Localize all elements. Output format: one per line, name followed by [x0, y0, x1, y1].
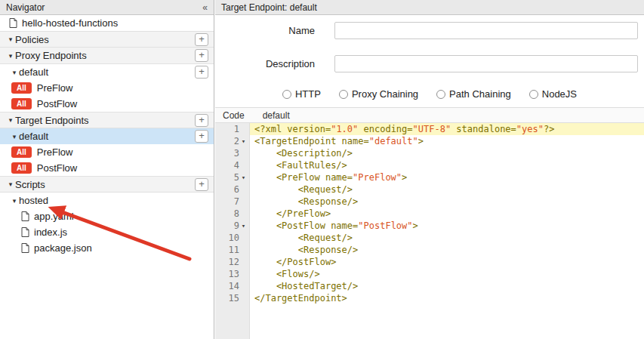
flow-condition-badge: All	[11, 98, 32, 109]
disclosure-icon[interactable]: ▾	[6, 35, 15, 43]
bundle-label: hello-hosted-functions	[22, 17, 118, 29]
code-lines[interactable]: <?xml version="1.0" encoding="UTF-8" sta…	[250, 123, 644, 339]
add-policy-button[interactable]: +	[195, 33, 208, 46]
code-line[interactable]: </PostFlow>	[250, 256, 644, 268]
detail-title: Target Endpoint: default	[221, 2, 317, 13]
line-number[interactable]: 5▾	[215, 171, 249, 183]
code-tab[interactable]: Code	[223, 110, 245, 121]
file-label: package.json	[34, 242, 92, 254]
radio-nodejs[interactable]: NodeJS	[529, 88, 577, 100]
flow-label: PostFlow	[37, 98, 77, 109]
disclosure-icon[interactable]: ▾	[10, 69, 19, 76]
line-number[interactable]: 9▾	[215, 220, 249, 232]
code-line[interactable]: </PreFlow>	[250, 208, 644, 220]
line-number[interactable]: 15	[215, 292, 249, 304]
line-number[interactable]: 3	[215, 147, 249, 159]
fold-icon[interactable]: ▾	[239, 135, 248, 147]
radio-icon	[339, 90, 348, 99]
radio-http[interactable]: HTTP	[282, 88, 321, 100]
line-number[interactable]: 4	[215, 159, 249, 171]
navigator-panel: Navigator « hello-hosted-functions ▾ Pol…	[0, 0, 214, 339]
radio-path-chaining[interactable]: Path Chaining	[436, 88, 511, 100]
code-line[interactable]: <PostFlow name="PostFlow">	[250, 220, 644, 232]
add-script-button[interactable]: +	[195, 178, 208, 191]
add-target-endpoint-button[interactable]: +	[195, 114, 208, 127]
add-proxy-flow-button[interactable]: +	[195, 66, 208, 79]
radio-icon	[282, 90, 291, 99]
name-row: Name	[215, 22, 644, 39]
code-line[interactable]: <FaultRules/>	[250, 159, 644, 171]
file-label: app.yaml	[34, 211, 74, 222]
disclosure-icon[interactable]: ▾	[10, 133, 19, 140]
bundle-icon	[9, 18, 17, 28]
add-proxy-endpoint-button[interactable]: +	[195, 49, 208, 62]
add-target-flow-button[interactable]: +	[195, 130, 208, 143]
tree-item-proxy-endpoint-default[interactable]: ▾ default +	[0, 64, 214, 80]
code-line[interactable]: <Response/>	[250, 244, 644, 256]
tree-item-proxy-postflow[interactable]: All PostFlow	[0, 96, 214, 112]
section-header-scripts[interactable]: ▾ Scripts +	[0, 176, 214, 193]
code-line[interactable]: <Request/>	[250, 183, 644, 196]
section-label: Scripts	[15, 179, 45, 190]
line-number[interactable]: 1	[215, 123, 249, 135]
detail-header: Target Endpoint: default	[215, 0, 644, 15]
section-header-policies[interactable]: ▾ Policies +	[0, 31, 214, 48]
line-number[interactable]: 7	[215, 196, 249, 208]
code-line[interactable]: <PreFlow name="PreFlow">	[250, 171, 644, 183]
radio-proxy-chaining[interactable]: Proxy Chaining	[339, 88, 418, 100]
tree-item-target-preflow[interactable]: All PreFlow	[0, 144, 214, 160]
code-line[interactable]: <?xml version="1.0" encoding="UTF-8" sta…	[250, 123, 644, 135]
proxy-editor: Navigator « hello-hosted-functions ▾ Pol…	[0, 0, 644, 339]
code-line[interactable]: <Request/>	[250, 232, 644, 244]
line-number[interactable]: 11	[215, 244, 249, 256]
folder-label: hosted	[19, 195, 48, 206]
navigator-title: Navigator	[6, 2, 45, 13]
section-header-target-endpoints[interactable]: ▾ Target Endpoints +	[0, 112, 214, 128]
disclosure-icon[interactable]: ▾	[6, 180, 15, 188]
tree-item-hosted-folder[interactable]: ▾ hosted	[0, 193, 214, 208]
radio-label: NodeJS	[542, 88, 577, 100]
radio-icon	[436, 90, 445, 99]
name-input[interactable]	[334, 22, 638, 39]
tree-item-target-endpoint-default[interactable]: ▾ default +	[0, 128, 214, 144]
disclosure-icon[interactable]: ▾	[6, 116, 15, 124]
radio-label: HTTP	[295, 88, 321, 100]
line-number[interactable]: 14	[215, 280, 249, 292]
section-label: Target Endpoints	[15, 115, 89, 126]
fold-icon[interactable]: ▾	[239, 220, 248, 232]
line-number[interactable]: 10	[215, 232, 249, 244]
code-line[interactable]: <TargetEndpoint name="default">	[250, 135, 644, 147]
flow-condition-badge: All	[11, 162, 32, 174]
code-line[interactable]: <Response/>	[250, 196, 644, 208]
section-header-proxy-endpoints[interactable]: ▾ Proxy Endpoints +	[0, 48, 214, 64]
tree-item-file-package-json[interactable]: package.json	[0, 240, 214, 256]
endpoint-label: default	[19, 66, 48, 78]
file-icon	[21, 211, 29, 221]
tree-item-file-index-js[interactable]: index.js	[0, 224, 214, 240]
line-number[interactable]: 6	[215, 183, 249, 196]
disclosure-icon[interactable]: ▾	[10, 197, 19, 205]
tree-item-file-app-yaml[interactable]: app.yaml	[0, 208, 214, 224]
code-line[interactable]: </TargetEndpoint>	[250, 292, 644, 304]
tree-item-proxy-preflow[interactable]: All PreFlow	[0, 80, 214, 96]
code-line[interactable]: <HostedTarget/>	[250, 280, 644, 292]
code-line[interactable]: <Flows/>	[250, 268, 644, 280]
disclosure-icon[interactable]: ▾	[6, 52, 15, 60]
description-input[interactable]	[334, 55, 638, 72]
file-icon	[21, 243, 29, 253]
line-number[interactable]: 12	[215, 256, 249, 268]
line-number[interactable]: 13	[215, 268, 249, 280]
collapse-sidebar-icon[interactable]: «	[202, 2, 208, 13]
code-editor[interactable]: 12▾345▾6789▾101112131415 <?xml version="…	[215, 123, 644, 339]
tree-item-target-postflow[interactable]: All PostFlow	[0, 160, 214, 176]
section-label: Proxy Endpoints	[15, 50, 87, 61]
code-line[interactable]: <Description/>	[250, 147, 644, 159]
fold-icon[interactable]: ▾	[239, 171, 248, 183]
name-label: Name	[215, 25, 315, 36]
file-icon	[21, 227, 29, 237]
code-header: Code default	[215, 107, 644, 123]
description-row: Description	[215, 55, 644, 72]
line-number[interactable]: 2▾	[215, 135, 249, 147]
tree-item-bundle[interactable]: hello-hosted-functions	[0, 15, 214, 31]
line-number[interactable]: 8	[215, 208, 249, 220]
